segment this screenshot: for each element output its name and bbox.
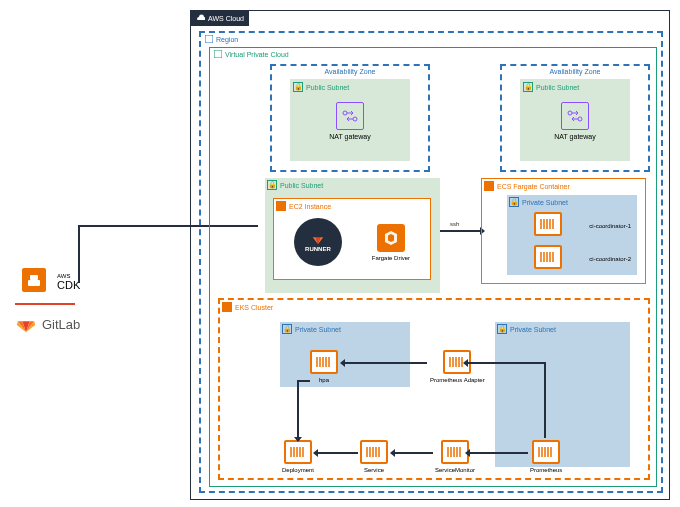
- eks-cluster-header: EKS Cluster: [220, 300, 648, 314]
- hpa-label: hpa: [319, 377, 329, 383]
- nat-gateway-right: NAT gateway: [521, 94, 629, 148]
- prometheus-label: Prometheus: [530, 467, 562, 473]
- vpc-label: Virtual Private Cloud: [225, 51, 289, 58]
- container-icon: [284, 440, 312, 464]
- external-divider: [15, 303, 75, 305]
- public-subnet-right: 🔒 Public Subnet NAT gateway: [520, 79, 630, 161]
- eks-ps-left-header: 🔒 Private Subnet: [280, 322, 410, 336]
- lock-icon: 🔒: [523, 82, 533, 92]
- nat-icon: [336, 102, 364, 130]
- external-vertical-arrow: [78, 225, 80, 283]
- container-icon: [310, 350, 338, 374]
- aws-cloud-container: AWS Cloud Region Virtual Private Cloud A…: [190, 10, 670, 500]
- eks-ps-left-label: Private Subnet: [295, 326, 341, 333]
- adapter-to-hpa-arrow: [345, 362, 427, 364]
- coord1-label: ci-coordinator-1: [589, 223, 631, 229]
- container-icon: [534, 245, 562, 269]
- deployment-service: Deployment: [282, 440, 314, 473]
- public-subnet-right-label: Public Subnet: [536, 84, 579, 91]
- az-right-label: Availability Zone: [502, 68, 648, 75]
- svg-point-6: [568, 111, 572, 115]
- eks-private-subnet-right: 🔒 Private Subnet: [495, 322, 630, 467]
- lock-icon: 🔒: [282, 324, 292, 334]
- region-icon: [205, 35, 213, 43]
- eks-cluster: EKS Cluster 🔒 Private Subnet 🔒 Private S…: [218, 298, 650, 480]
- hpa-service: hpa: [310, 350, 338, 383]
- gitlab-item: GitLab: [15, 313, 80, 335]
- service-label: Service: [364, 467, 384, 473]
- eks-ps-right-header: 🔒 Private Subnet: [495, 322, 630, 336]
- gitlab-label: GitLab: [42, 317, 80, 332]
- availability-zone-right: Availability Zone 🔒 Public Subnet NAT ga…: [500, 64, 650, 172]
- aws-cloud-title: AWS Cloud: [208, 15, 244, 22]
- ec2-subnet-header: 🔒 Public Subnet: [265, 178, 440, 192]
- fargate-driver: Fargate Driver: [372, 224, 410, 261]
- cdk-label: CDK: [57, 279, 80, 291]
- ecs-badge-icon: [484, 181, 494, 191]
- runner-label: RUNNER: [305, 246, 331, 252]
- hpa-horiz-arrow: [297, 380, 310, 382]
- eks-ps-right-label: Private Subnet: [510, 326, 556, 333]
- region-header: Region: [201, 33, 661, 45]
- coord2-label: ci-coordinator-2: [589, 256, 631, 262]
- fargate-private-subnet: 🔒 Private Subnet ci-coordinator-1 ci-coo…: [507, 195, 637, 275]
- aws-cloud-icon: [195, 13, 205, 23]
- prom-adapter-label: Prometheus Adapter: [430, 377, 485, 383]
- ecs-fargate-label: ECS Fargate Container: [497, 183, 570, 190]
- ec2-public-subnet: 🔒 Public Subnet EC2 Instance RUNNER: [265, 178, 440, 293]
- container-icon: [534, 212, 562, 236]
- nat-left-label: NAT gateway: [291, 133, 409, 140]
- prom-to-adapter-v-arrow: [544, 362, 546, 438]
- public-subnet-left: 🔒 Public Subnet NAT gateway: [290, 79, 410, 161]
- ec2-instance-header: EC2 Instance: [274, 199, 430, 213]
- ec2-badge-icon: [276, 201, 286, 211]
- aws-cdk-item: AWS CDK: [15, 268, 80, 295]
- public-subnet-right-header: 🔒 Public Subnet: [521, 80, 629, 94]
- eks-private-subnet-left: 🔒 Private Subnet: [280, 322, 410, 387]
- prom-to-monitor-arrow: [470, 452, 528, 454]
- ci-coordinator-2: ci-coordinator-2: [507, 242, 637, 275]
- svg-point-7: [578, 117, 582, 121]
- svg-point-5: [353, 117, 357, 121]
- lock-icon: 🔒: [509, 197, 519, 207]
- ec2-instance: EC2 Instance RUNNER Fargate Driver: [273, 198, 431, 280]
- region-container: Region Virtual Private Cloud Availabilit…: [199, 31, 663, 493]
- public-subnet-left-header: 🔒 Public Subnet: [291, 80, 409, 94]
- svg-rect-1: [30, 275, 38, 280]
- aws-cloud-header: AWS Cloud: [190, 10, 249, 26]
- svg-rect-2: [205, 35, 213, 43]
- gitlab-runner-icon: [310, 232, 326, 246]
- deployment-label: Deployment: [282, 467, 314, 473]
- public-subnet-left-label: Public Subnet: [306, 84, 349, 91]
- container-icon: [360, 440, 388, 464]
- lock-icon: 🔒: [267, 180, 277, 190]
- vpc-container: Virtual Private Cloud Availability Zone …: [209, 47, 657, 487]
- ec2-instance-label: EC2 Instance: [289, 203, 331, 210]
- az-left-label: Availability Zone: [272, 68, 428, 75]
- nat-right-label: NAT gateway: [521, 133, 629, 140]
- ecs-fargate-header: ECS Fargate Container: [482, 179, 645, 193]
- region-label: Region: [216, 36, 238, 43]
- hpa-to-deploy-arrow: [297, 380, 299, 437]
- prom-to-adapter-h-arrow: [468, 362, 545, 364]
- ec2-content: RUNNER Fargate Driver: [274, 213, 430, 271]
- eks-cluster-label: EKS Cluster: [235, 304, 273, 311]
- service-to-deploy-arrow: [318, 452, 358, 454]
- ec2-subnet-label: Public Subnet: [280, 182, 323, 189]
- monitor-to-service-arrow: [395, 452, 433, 454]
- ecs-fargate-container: ECS Fargate Container 🔒 Private Subnet c…: [481, 178, 646, 284]
- service-service: Service: [360, 440, 388, 473]
- container-icon: [532, 440, 560, 464]
- lock-icon: 🔒: [497, 324, 507, 334]
- svg-rect-3: [214, 50, 222, 58]
- fargate-driver-label: Fargate Driver: [372, 255, 410, 261]
- lock-icon: 🔒: [293, 82, 303, 92]
- fargate-subnet-header: 🔒 Private Subnet: [507, 195, 637, 209]
- ssh-arrow: [440, 230, 480, 232]
- nat-icon: [561, 102, 589, 130]
- eks-badge-icon: [222, 302, 232, 312]
- fargate-driver-icon: [377, 224, 405, 252]
- svg-point-4: [343, 111, 347, 115]
- cdk-icon: [22, 268, 46, 292]
- ssh-label: ssh: [450, 221, 459, 227]
